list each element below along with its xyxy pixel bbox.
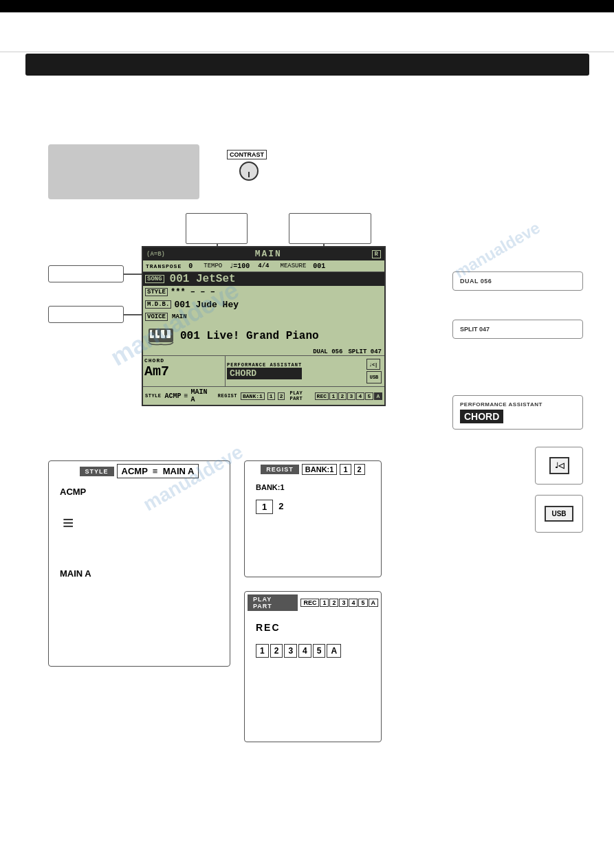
- perf-chord-value: CHORD: [227, 368, 302, 379]
- play-5: 5: [365, 392, 373, 400]
- lcd-title: MAIN: [255, 249, 282, 259]
- play-part-large-boxes: 1 2 3 4 5 A: [245, 636, 381, 666]
- play-3: 3: [347, 392, 355, 400]
- left-callout-2: [48, 306, 124, 323]
- play-4: 4: [356, 392, 364, 400]
- main-a-label-large: MAIN A: [49, 534, 230, 579]
- play-large-1[interactable]: 1: [256, 644, 269, 658]
- bank-2-small: 2: [278, 392, 285, 400]
- lcd-song-row: SONG 001 JetSet: [143, 272, 384, 286]
- style-box-header: STYLE ACMP ≡ MAIN A: [49, 461, 230, 481]
- lcd-info-bar: TRANSPOSE 0 TEMPO ♩=100 4/4 MEASURE 001: [143, 260, 384, 272]
- play-part-boxes-top: REC 1 2 3 4 5 A: [300, 599, 378, 607]
- lcd-chord-right: PERFORMANCE ASSISTANT CHORD ♩<| USB: [226, 356, 384, 386]
- play-part-box-header: PLAY PART REC 1 2 3 4 5 A: [245, 592, 381, 614]
- main-a-small: MAIN A: [191, 388, 210, 403]
- eq-icon-large: ≡: [49, 498, 230, 534]
- lcd-chord-left: CHORD Am7: [143, 356, 226, 386]
- lcd-bottom-bar: STYLE ACMP ≡ MAIN A REGIST BANK:1 1 2 PL…: [143, 386, 384, 405]
- rec-label-large: REC: [245, 614, 381, 636]
- dual-label-small: DUAL 056: [313, 348, 342, 355]
- lcd-icons: ♩<| USB: [365, 357, 383, 385]
- contrast-knob[interactable]: [239, 162, 259, 181]
- time-sig: 4/4: [258, 263, 269, 269]
- tempo-value: ♩=100: [229, 262, 250, 270]
- perf-assistant-block: PERFORMANCE ASSISTANT CHORD: [227, 363, 302, 380]
- section-bar: [25, 54, 589, 76]
- lcd-chord-section: CHORD Am7 PERFORMANCE ASSISTANT CHORD ♩<…: [143, 355, 384, 386]
- measure-value: 001: [313, 263, 325, 270]
- regist-bank-sep: 2: [276, 500, 286, 514]
- acmp-label-large: ACMP: [49, 481, 230, 498]
- separator-line: [0, 52, 614, 52]
- play-top-1: 1: [320, 599, 329, 607]
- mdb-label: M.D.B.: [145, 300, 171, 309]
- voice-name: 001 Live! Grand Piano: [180, 330, 319, 342]
- regist-bank-2-top: 2: [354, 464, 365, 475]
- style-section-box: STYLE ACMP ≡ MAIN A ACMP ≡ MAIN A: [48, 460, 230, 667]
- lcd-style-row: STYLE *** – – –: [143, 286, 384, 298]
- right-perf-label: PERFORMANCE ASSISTANT: [460, 401, 575, 408]
- play-large-A[interactable]: A: [327, 644, 341, 658]
- play-large-4[interactable]: 4: [298, 644, 311, 658]
- voice-sublabel: MAIN: [172, 313, 187, 320]
- left-callout-1: [48, 265, 124, 282]
- play-large-5[interactable]: 5: [313, 644, 326, 658]
- regist-box-header: REGIST BANK:1 1 2: [245, 461, 381, 478]
- right-perf-value: CHORD: [460, 410, 503, 423]
- right-usb-icon: USB: [545, 506, 573, 522]
- bank-label-small: BANK:1: [241, 392, 265, 400]
- piano-icon: [145, 324, 176, 348]
- right-dual-label: DUAL 056: [460, 278, 575, 285]
- lcd-ab-label: (A=B): [146, 251, 165, 258]
- svg-rect-7: [164, 330, 167, 335]
- regist-bank-1-top: 1: [340, 464, 351, 475]
- right-midi-icon: ♩◁: [549, 457, 569, 474]
- play-top-A: A: [369, 599, 379, 607]
- play-large-3[interactable]: 3: [284, 644, 297, 658]
- style-header-bar: STYLE: [80, 467, 114, 476]
- lcd-dual-split: DUAL 056 SPLIT 047: [143, 348, 384, 355]
- play-A: A: [374, 392, 382, 400]
- play-top-4: 4: [349, 599, 358, 607]
- regist-bank-1[interactable]: 1: [256, 500, 273, 514]
- popup-box-1: [186, 213, 248, 244]
- style-value: *** – – –: [171, 287, 215, 297]
- play-top-3: 3: [339, 599, 348, 607]
- top-bar: [0, 0, 614, 12]
- style-main-value: ACMP ≡ MAIN A: [117, 464, 199, 478]
- regist-bank-nums: 1 2: [245, 494, 381, 520]
- lcd-voice-row: VOICE MAIN: [143, 311, 384, 323]
- style-label: STYLE: [145, 288, 168, 296]
- voice-label: VOICE: [145, 313, 168, 321]
- right-usb-box: USB: [535, 495, 583, 533]
- play-part-header-bar: PLAY PART: [248, 594, 298, 611]
- lcd-display: (A=B) MAIN R TRANSPOSE 0 TEMPO ♩=100 4/4…: [142, 246, 386, 406]
- eq-icon-small: ≡: [184, 392, 188, 400]
- contrast-label: CONTRAST: [227, 150, 267, 159]
- svg-rect-5: [152, 330, 155, 335]
- style-bottom-label: STYLE: [145, 393, 162, 399]
- rec-box-top: REC: [300, 599, 319, 607]
- right-split-label: SPLIT 047: [460, 326, 575, 333]
- lcd-voice-icon-row: 001 Live! Grand Piano: [143, 323, 384, 348]
- popup-box-2: [289, 213, 371, 244]
- play-1: 1: [329, 392, 338, 400]
- measure-label: MEASURE: [280, 263, 306, 269]
- chord-value: Am7: [144, 364, 223, 379]
- right-split-box: SPLIT 047: [452, 320, 583, 339]
- lcd-rec-label: R: [372, 250, 381, 258]
- regist-header-bar: REGIST: [261, 465, 299, 474]
- play-2: 2: [338, 392, 347, 400]
- tempo-label: TEMPO: [204, 263, 222, 269]
- song-label: SONG: [145, 275, 164, 283]
- left-connector-1: [124, 274, 143, 275]
- style-regist-play-bar: STYLE ACMP ≡ MAIN A REGIST BANK:1 1 2 PL…: [145, 388, 382, 403]
- left-connector-2: [124, 314, 143, 315]
- lcd-mdb-row: M.D.B. 001 Jude Hey: [143, 298, 384, 311]
- play-top-2: 2: [329, 599, 338, 607]
- play-part-label-small: PLAY PART: [289, 390, 312, 401]
- play-large-2[interactable]: 2: [270, 644, 283, 658]
- lcd-title-bar: (A=B) MAIN R: [143, 247, 384, 260]
- regist-section-box: REGIST BANK:1 1 2 BANK:1 1 2: [244, 460, 382, 577]
